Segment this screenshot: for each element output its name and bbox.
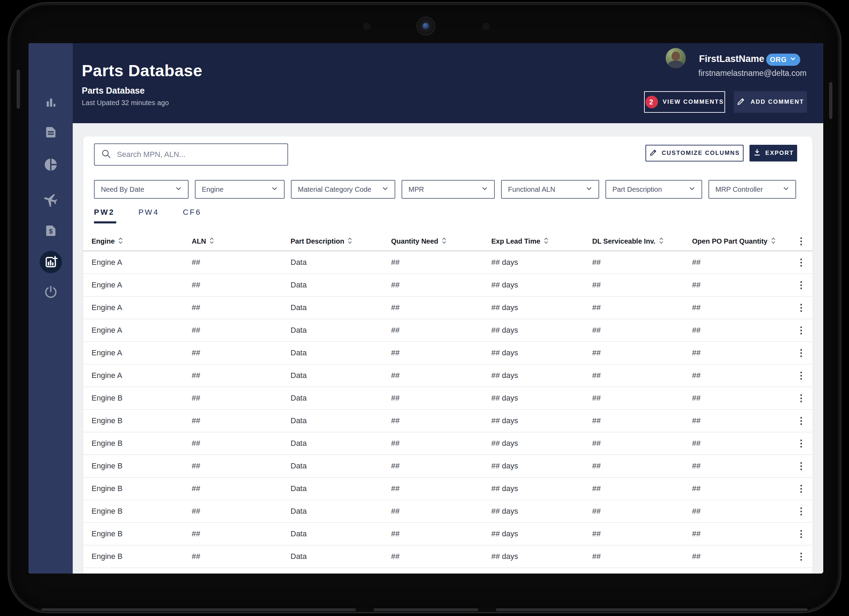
org-badge-label: ORG — [770, 56, 787, 64]
cell-dl_serviceable_inv: ## — [592, 348, 692, 357]
cell-aln: ## — [192, 371, 290, 380]
row-kebab-menu-icon[interactable]: ⋮ — [795, 303, 807, 313]
row-kebab-menu-icon[interactable]: ⋮ — [795, 416, 807, 426]
cell-engine: Engine A — [91, 280, 192, 289]
column-header-open_po_part_quantity[interactable]: Open PO Part Quantity — [692, 237, 795, 246]
svg-text:$: $ — [49, 228, 52, 235]
sidebar-item-parts-database[interactable] — [40, 251, 62, 273]
cell-quantity_need: ## — [391, 348, 491, 357]
table-row: Engine A##Data#### days####⋮ — [83, 364, 812, 387]
add-comment-button[interactable]: ADD COMMENT — [734, 91, 807, 113]
avatar-body — [668, 61, 684, 68]
row-kebab-menu-icon[interactable]: ⋮ — [795, 326, 807, 335]
header-kebab-menu-icon[interactable]: ⋮ — [795, 237, 807, 246]
sidebar-item-analytics[interactable] — [42, 94, 59, 111]
filter-part-description[interactable]: Part Description — [605, 180, 702, 199]
front-camera — [417, 18, 434, 34]
sort-icon — [348, 237, 352, 246]
row-kebab-menu-icon[interactable]: ⋮ — [795, 461, 807, 471]
tab-pw4[interactable]: PW4 — [139, 208, 159, 224]
sort-icon — [544, 237, 548, 246]
table-row: Engine B##Data#### days####⋮ — [83, 500, 812, 523]
cell-dl_serviceable_inv: ## — [592, 484, 692, 493]
tab-pw2[interactable]: PW2 — [94, 208, 115, 224]
column-header-engine[interactable]: Engine — [91, 237, 192, 246]
cell-dl_serviceable_inv: ## — [592, 507, 692, 516]
app-header: Parts Database Parts Database Last Upate… — [73, 43, 823, 123]
volume-button — [17, 70, 20, 109]
column-header-aln[interactable]: ALN — [192, 237, 290, 246]
customize-columns-button[interactable]: CUSTOMIZE COLUMNS — [645, 145, 743, 161]
cell-part_description: Data — [290, 461, 391, 471]
sidebar-item-logout[interactable] — [42, 283, 59, 300]
cell-part_description: Data — [290, 439, 391, 448]
row-kebab-menu-icon[interactable]: ⋮ — [795, 507, 807, 516]
table-row: Engine B##Data#### days####⋮ — [83, 523, 812, 545]
row-kebab-menu-icon[interactable]: ⋮ — [795, 439, 807, 448]
chevron-down-icon — [381, 185, 389, 194]
column-header-part_description[interactable]: Part Description — [290, 237, 391, 246]
camera-lens — [422, 22, 429, 30]
search-input[interactable] — [117, 150, 281, 159]
filter-material-category-code[interactable]: Material Category Code — [291, 180, 395, 199]
sidebar-item-reports[interactable] — [42, 156, 59, 173]
filter-functional-aln[interactable]: Functional ALN — [501, 180, 599, 199]
cell-aln: ## — [192, 439, 290, 448]
view-comments-button[interactable]: 2 VIEW COMMENTS — [644, 91, 725, 113]
filter-label: Functional ALN — [508, 185, 555, 194]
cell-part_description: Data — [290, 280, 391, 289]
cell-exp_lead_time: ## days — [491, 484, 592, 493]
filter-mpr[interactable]: MPR — [402, 180, 495, 199]
column-header-dl_serviceable_inv[interactable]: DL Serviceable Inv. — [592, 237, 692, 246]
filter-row: Need By DateEngineMaterial Category Code… — [94, 180, 796, 199]
cell-engine: Engine B — [91, 439, 192, 448]
filter-mrp-controller[interactable]: MRP Controller — [708, 180, 796, 199]
row-kebab-menu-icon[interactable]: ⋮ — [795, 529, 807, 539]
filter-label: MRP Controller — [715, 185, 763, 194]
avatar[interactable] — [666, 48, 686, 68]
row-kebab-menu-icon[interactable]: ⋮ — [795, 348, 807, 358]
cell-quantity_need: ## — [391, 280, 491, 289]
sidebar-item-invoices[interactable]: $ — [42, 222, 59, 239]
org-badge[interactable]: ORG — [766, 54, 800, 66]
column-header-quantity_need[interactable]: Quantity Need — [391, 237, 491, 246]
cell-open_po_part_quantity: ## — [692, 552, 795, 561]
column-header-exp_lead_time[interactable]: Exp Lead Time — [491, 237, 592, 246]
cell-exp_lead_time: ## days — [491, 507, 592, 516]
search-icon — [101, 149, 111, 160]
table-row: Engine B##Data#### days####⋮ — [83, 387, 812, 410]
parts-table: EngineALNPart DescriptionQuantity NeedEx… — [83, 232, 812, 568]
row-kebab-menu-icon[interactable]: ⋮ — [795, 394, 807, 403]
cell-dl_serviceable_inv: ## — [592, 371, 692, 380]
cell-exp_lead_time: ## days — [491, 416, 592, 425]
cell-open_po_part_quantity: ## — [692, 303, 795, 312]
row-kebab-menu-icon[interactable]: ⋮ — [795, 280, 807, 290]
user-name: FirstLastName — [699, 54, 764, 64]
cell-dl_serviceable_inv: ## — [592, 529, 692, 538]
export-button[interactable]: EXPORT — [749, 145, 797, 161]
pencil-icon — [649, 148, 658, 158]
tab-cf6[interactable]: CF6 — [183, 208, 201, 224]
sort-icon — [771, 237, 776, 246]
chart-add-icon — [43, 255, 58, 269]
cell-engine: Engine B — [91, 507, 192, 516]
row-kebab-menu-icon[interactable]: ⋮ — [795, 552, 807, 561]
cell-engine: Engine B — [91, 529, 192, 538]
pencil-icon — [737, 97, 746, 107]
sidebar-item-documents[interactable] — [42, 124, 59, 140]
filter-need-by-date[interactable]: Need By Date — [94, 180, 189, 199]
table-row: Engine A##Data#### days####⋮ — [83, 274, 812, 297]
app-screen: $ Parts Database Parts Database Last Upa… — [28, 43, 823, 574]
column-header-label: Open PO Part Quantity — [692, 237, 767, 245]
cell-aln: ## — [192, 416, 290, 425]
filter-engine[interactable]: Engine — [195, 180, 284, 199]
row-kebab-menu-icon[interactable]: ⋮ — [795, 371, 807, 380]
row-kebab-menu-icon[interactable]: ⋮ — [795, 258, 807, 267]
table-row: Engine A##Data#### days####⋮ — [83, 297, 812, 319]
cell-engine: Engine A — [91, 326, 192, 335]
speaker-notch-left — [356, 608, 374, 612]
sidebar-item-flights[interactable] — [42, 191, 59, 208]
cell-exp_lead_time: ## days — [491, 529, 592, 538]
row-kebab-menu-icon[interactable]: ⋮ — [795, 484, 807, 494]
column-header-label: Exp Lead Time — [491, 237, 541, 245]
